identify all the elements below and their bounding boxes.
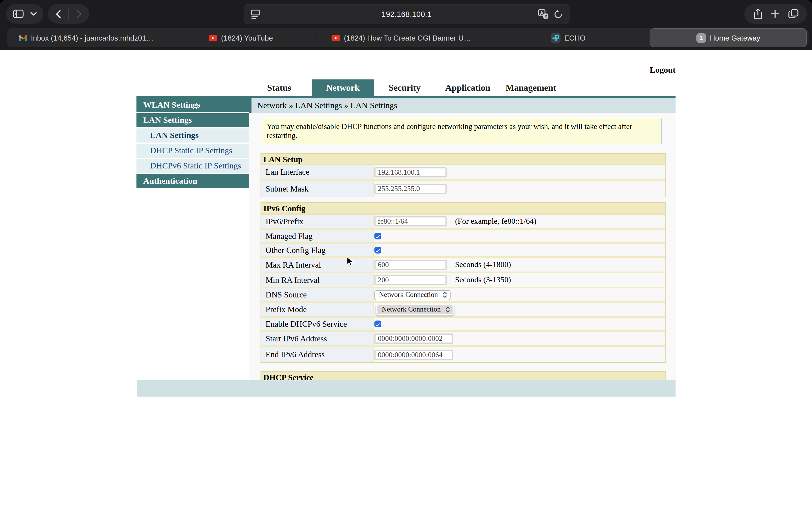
sidebar-item-dhcpv6-static-ip[interactable]: DHCPv6 Static IP Settings	[137, 159, 249, 173]
dns-source-select[interactable]: Network Connection	[374, 290, 450, 300]
chevron-down-icon	[31, 12, 37, 16]
page-format-icon[interactable]	[251, 10, 260, 21]
address-bar-actions: A x	[538, 9, 563, 19]
table-row: IPv6/Prefix (For example, fe80::1/64)	[261, 215, 665, 230]
sidebar-toggle-group	[6, 4, 43, 24]
table-row: Lan Interface	[261, 165, 665, 181]
forward-icon	[77, 10, 82, 18]
router-page: Logout Status Network Security Applicati…	[0, 50, 812, 507]
tab-overview-button[interactable]	[788, 9, 798, 18]
field-label: Max RA Interval	[261, 258, 374, 272]
enable-dhcpv6-checkbox[interactable]	[374, 321, 381, 327]
screen: 192.168.100.1 A x	[0, 0, 812, 507]
top-nav-tabs: Status Network Security Application Mana…	[0, 79, 812, 96]
ipv6-config-section: IPv6 Config IPv6/Prefix (For example, fe…	[260, 202, 666, 363]
select-chevrons-icon	[442, 292, 447, 298]
address-bar[interactable]: 192.168.100.1 A x	[244, 4, 569, 24]
tab-label: (1824) YouTube	[221, 34, 273, 42]
tab-youtube-video[interactable]: (1824) How To Create CGI Banner U…	[316, 28, 487, 47]
table-row: Other Config Flag	[261, 244, 665, 258]
sidebar-item-lan-settings-group[interactable]: LAN Settings	[137, 113, 249, 127]
tab-label: ECHO	[564, 34, 585, 42]
table-row: Min RA Interval Seconds (3-1350)	[261, 273, 665, 288]
tab-label: (1824) How To Create CGI Banner U…	[344, 34, 471, 42]
notice-text: You may enable/disable DHCP functions an…	[267, 122, 661, 140]
table-row: Subnet Mask	[261, 181, 665, 196]
share-button[interactable]	[753, 8, 762, 19]
tab-security[interactable]: Security	[378, 79, 432, 96]
logout-link[interactable]: Logout	[650, 65, 675, 75]
start-ipv6-address-input[interactable]	[374, 334, 453, 344]
tab-application[interactable]: Application	[438, 79, 497, 96]
tab-gmail[interactable]: Inbox (14,654) - juancarlos.mhdz01…	[7, 28, 166, 47]
field-label: End IPv6 Address	[261, 347, 374, 362]
tab-label: Home Gateway	[710, 34, 760, 42]
table-row: End IPv6 Address	[261, 347, 665, 362]
tab-status[interactable]: Status	[254, 79, 305, 96]
tab-youtube[interactable]: (1824) YouTube	[166, 28, 316, 47]
tab-label: Inbox (14,654) - juancarlos.mhdz01…	[31, 34, 153, 42]
sidebar-item-wlan-settings[interactable]: WLAN Settings	[137, 98, 249, 112]
section-title: IPv6 Config	[261, 203, 665, 215]
back-button[interactable]	[56, 10, 61, 18]
sidebar-icon	[13, 10, 24, 18]
browser-toolbar: 192.168.100.1 A x	[0, 0, 812, 28]
select-chevrons-icon	[445, 306, 450, 313]
managed-flag-checkbox[interactable]	[374, 233, 381, 239]
url-text: 192.168.100.1	[382, 10, 432, 18]
gmail-icon	[19, 35, 27, 41]
svg-text:A: A	[540, 10, 543, 16]
tab-network[interactable]: Network	[312, 79, 374, 96]
ipv6-prefix-input[interactable]	[374, 216, 447, 226]
lan-interface-input[interactable]	[374, 167, 447, 177]
table-row: Prefix Mode Network Connection	[261, 303, 665, 318]
selected-option: Network Connection	[379, 291, 438, 299]
reload-icon[interactable]	[554, 9, 563, 19]
sidebar-menu-chevron[interactable]	[31, 12, 37, 16]
field-label: Lan Interface	[261, 165, 374, 179]
sidebar-item-authentication[interactable]: Authentication	[137, 174, 249, 188]
field-label: Managed Flag	[261, 230, 374, 242]
translate-icon[interactable]: A x	[538, 9, 549, 19]
toolbar-divider	[68, 8, 69, 19]
browser-chrome: 192.168.100.1 A x	[0, 0, 812, 50]
page-footer-bar	[137, 380, 675, 397]
tab-overview-icon	[788, 9, 798, 18]
table-row: Enable DHCPv6 Service	[261, 318, 665, 332]
tab-management[interactable]: Management	[499, 79, 563, 96]
notice-box: You may enable/disable DHCP functions an…	[262, 118, 662, 144]
field-hint: Seconds (4-1800)	[455, 260, 511, 269]
field-label: Subnet Mask	[261, 181, 374, 196]
sidebar-menu: WLAN Settings LAN Settings LAN Settings …	[137, 98, 249, 189]
end-ipv6-address-input[interactable]	[374, 349, 453, 360]
table-row: Start IPv6 Address	[261, 332, 665, 347]
field-label: DNS Source	[261, 288, 374, 301]
new-tab-button[interactable]	[771, 10, 779, 18]
tab-echo[interactable]: ECHO	[487, 28, 650, 47]
field-hint: Seconds (3-1350)	[455, 276, 511, 284]
table-row: DNS Source Network Connection	[261, 288, 665, 303]
min-ra-interval-input[interactable]	[374, 275, 447, 285]
other-config-flag-checkbox[interactable]	[374, 247, 381, 253]
breadcrumb: Network » LAN Settings » LAN Settings	[249, 98, 675, 113]
tab-count-badge: 1	[696, 33, 706, 43]
max-ra-interval-input[interactable]	[374, 260, 447, 270]
youtube-icon	[209, 35, 217, 41]
youtube-icon	[332, 35, 340, 41]
sidebar-item-lan-settings[interactable]: LAN Settings	[137, 128, 249, 143]
prefix-mode-select[interactable]: Network Connection	[375, 304, 454, 315]
history-nav-group	[48, 4, 89, 24]
sidebar-item-dhcp-static-ip[interactable]: DHCP Static IP Settings	[137, 144, 249, 158]
main-content: Network » LAN Settings » LAN Settings Yo…	[249, 98, 675, 380]
field-label: Min RA Interval	[261, 273, 374, 287]
field-hint: (For example, fe80::1/64)	[455, 217, 537, 226]
field-label: IPv6/Prefix	[261, 215, 374, 228]
tab-home-gateway-active[interactable]: 1 Home Gateway	[650, 28, 807, 47]
sidebar-toggle-button[interactable]	[13, 10, 24, 18]
window-actions-group	[744, 4, 807, 24]
plus-icon	[771, 10, 779, 18]
tplink-icon	[551, 33, 560, 43]
forward-button[interactable]	[77, 10, 82, 18]
subnet-mask-input[interactable]	[374, 184, 447, 194]
table-row: Max RA Interval Seconds (4-1800)	[261, 258, 665, 273]
